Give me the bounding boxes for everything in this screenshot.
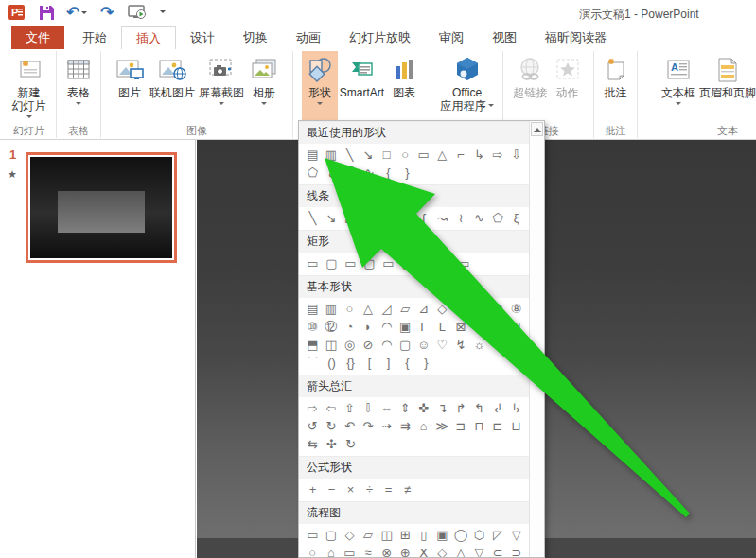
shape-item[interactable]: ⇧ [341,399,359,417]
shape-item[interactable]: ◯ [452,526,470,544]
shape-item[interactable]: + [304,480,322,498]
shape-item[interactable]: ⊞ [396,526,414,544]
smartart-button[interactable]: SmartArt [338,51,386,123]
picture-button[interactable]: 图片 [112,51,148,123]
shape-item[interactable]: ⊔ [507,318,525,336]
shape-item[interactable]: ⊗ [378,544,396,557]
shape-item[interactable]: ⇢ [378,417,396,435]
shape-item[interactable]: ↻ [323,417,341,435]
shape-item[interactable]: ♡ [433,336,451,354]
shape-item[interactable]: ξ [323,164,341,182]
shape-item[interactable]: ▭ [304,254,322,272]
shape-item[interactable]: ↯ [452,336,470,354]
shape-item[interactable]: △ [452,544,470,557]
shape-item[interactable]: ▣ [433,526,451,544]
shape-item[interactable]: { [379,164,397,182]
shape-item[interactable]: ⌐ [396,209,414,227]
shape-item[interactable]: ⊐ [452,417,470,435]
shape-item[interactable]: ▤ [304,300,322,318]
online-picture-button[interactable]: 联机图片 [148,51,197,123]
shape-item[interactable]: ⌒ [304,354,322,372]
shape-item[interactable]: ▢ [360,254,378,272]
shape-item[interactable]: ⊔ [507,417,525,435]
shape-item[interactable]: ⬠ [507,336,525,354]
shape-item[interactable]: ▥ [323,146,341,164]
shape-item[interactable]: ☼ [470,336,488,354]
shape-item[interactable]: ▽ [507,526,525,544]
shape-item[interactable]: L [433,318,451,336]
shape-item[interactable]: □ [378,146,396,164]
tab-2[interactable]: 插入 [121,26,176,49]
shape-item[interactable]: ▱ [396,300,414,318]
shape-item[interactable]: ╲ [304,209,322,227]
comment-button[interactable]: 批注 [598,51,634,123]
shape-item[interactable]: ⊃ [507,544,525,557]
shape-item[interactable]: ⇉ [396,417,414,435]
shape-item[interactable]: ⇔ [378,399,396,417]
shape-item[interactable]: ⑧ [507,300,525,318]
shape-item[interactable]: ⊘ [360,336,378,354]
shape-item[interactable]: ⬡ [470,300,488,318]
shape-item[interactable]: ⊿ [414,300,432,318]
shape-item[interactable]: ⇆ [304,435,322,453]
shape-item[interactable]: ◿ [378,300,396,318]
start-slideshow-button[interactable] [127,2,148,23]
shape-item[interactable]: △ [433,146,451,164]
shape-item[interactable]: ▭ [414,146,432,164]
shape-item[interactable]: ▣ [396,318,414,336]
redo-button[interactable]: ↷ [97,2,117,23]
album-button[interactable]: 相册 [246,51,282,123]
customize-qat-button[interactable] [159,9,166,16]
save-button[interactable] [36,2,57,23]
shape-item[interactable]: ◠ [378,318,396,336]
tab-3[interactable]: 设计 [176,26,229,49]
tab-5[interactable]: 动画 [282,26,335,49]
shape-item[interactable]: ▢ [489,318,507,336]
shape-item[interactable]: ╲ [341,146,359,164]
shape-item[interactable]: ⊕ [396,544,414,557]
shape-item[interactable]: ○ [396,146,414,164]
shape-item[interactable]: ▭ [379,254,397,272]
scroll-up-button[interactable] [531,122,543,136]
shape-item[interactable]: ¬ [378,209,396,227]
shape-item[interactable]: ▭ [417,254,435,272]
shape-item[interactable]: ⌐ [452,146,470,164]
shape-item[interactable]: [ [360,354,378,372]
shape-item[interactable]: ⌂ [414,417,432,435]
shape-item[interactable]: ◇ [341,526,359,544]
shape-item[interactable]: ◫ [378,526,396,544]
shape-item[interactable]: ↘ [360,146,378,164]
shape-item[interactable]: ÷ [360,480,378,498]
tab-1[interactable]: 开始 [68,26,121,49]
shape-item[interactable]: ✜ [414,399,432,417]
shape-item[interactable]: ○ [341,300,359,318]
shape-item[interactable]: ☾ [489,336,507,354]
shape-item[interactable]: ◔ [341,318,359,336]
shape-item[interactable]: Ⅹ [414,544,432,557]
shape-item[interactable]: ◇ [433,300,451,318]
shape-item[interactable]: ⊓ [470,417,488,435]
shape-item[interactable]: ▭ [455,254,473,272]
shapes-button[interactable]: 形状 [302,51,338,123]
shape-item[interactable]: − [323,480,341,498]
shape-item[interactable]: } [398,164,416,182]
shape-item[interactable]: ▢ [323,254,341,272]
shape-item[interactable]: ▢ [323,526,341,544]
shape-item[interactable]: ▢ [398,254,416,272]
shape-item[interactable]: ≀ [452,209,470,227]
tab-0[interactable]: 文件 [11,26,64,49]
shape-item[interactable]: ▢ [436,254,454,272]
shape-item[interactable]: ⬒ [304,336,322,354]
tab-9[interactable]: 福昕阅读器 [531,26,621,49]
shape-item[interactable]: ⤢ [341,209,359,227]
shape-item[interactable]: ↰ [470,399,488,417]
office-apps-button[interactable]: Office应用程序 [439,51,496,123]
shape-item[interactable]: ⇨ [489,146,507,164]
shape-item[interactable]: ↳ [470,146,488,164]
textbox-button[interactable]: A 文本框 [659,51,697,123]
shape-item[interactable]: ↳ [507,399,525,417]
shape-item[interactable]: ▱ [360,526,378,544]
shape-item[interactable]: ⇕ [396,399,414,417]
shape-item[interactable]: ▥ [323,300,341,318]
shape-item[interactable]: ▽ [470,544,488,557]
